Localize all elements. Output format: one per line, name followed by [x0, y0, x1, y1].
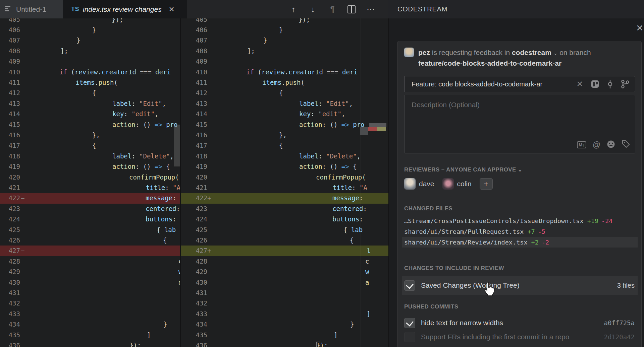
code-line[interactable]: 411items.push( [0, 77, 180, 88]
more-actions-icon[interactable]: ⋯ [366, 5, 375, 14]
code-line[interactable]: 434} [181, 319, 388, 330]
tab-index-tsx[interactable]: TS index.tsx review changes ✕ [63, 0, 187, 18]
close-panel-icon[interactable]: ✕ [636, 23, 644, 33]
code-line[interactable]: 435] [181, 330, 388, 340]
code-line[interactable]: 414key: "edit", [0, 109, 180, 120]
code-line[interactable]: 423centered: [181, 203, 388, 214]
diff-modified-pane[interactable]: 405});406}407}408];409410if (review.crea… [181, 18, 388, 347]
commit-checkbox[interactable] [404, 332, 415, 342]
reviewers-header[interactable]: REVIEWERS – ANYONE CAN APPROVE ⌄ [404, 166, 522, 173]
code-line[interactable]: 428c [181, 256, 388, 267]
code-line[interactable]: 419action: () => { [0, 161, 180, 172]
saved-changes-checkbox[interactable] [404, 280, 415, 291]
commit-checkbox[interactable] [404, 318, 415, 328]
git-commit-icon[interactable] [605, 80, 614, 89]
code-line[interactable]: 433] [0, 308, 180, 319]
repo-name[interactable]: codestream [512, 49, 551, 56]
git-branch-icon[interactable] [621, 80, 630, 89]
code-line[interactable]: 410if (review.creatorId === deri [0, 67, 180, 77]
code-line[interactable]: 406} [181, 24, 388, 35]
code-line[interactable]: 424buttons: [0, 214, 180, 225]
code-line[interactable]: 426{ [181, 235, 388, 246]
code-line[interactable]: 425{ lab [0, 224, 180, 235]
mention-icon[interactable]: @ [593, 140, 600, 149]
markdown-icon[interactable]: M↓ [577, 141, 586, 148]
code-line[interactable]: 431 [0, 287, 180, 298]
code-line[interactable]: 420confirmPopup( [0, 172, 180, 183]
code-line[interactable]: 422−message: [0, 193, 180, 204]
commit-row[interactable]: Support FRs including the first commit i… [402, 330, 638, 344]
code-line[interactable]: 420confirmPopup( [181, 172, 388, 183]
code-line[interactable]: 415action: () => pro [181, 119, 388, 130]
code-line[interactable]: 416}, [181, 130, 388, 140]
whitespace-toggle-icon[interactable]: ¶ [328, 5, 337, 14]
code-line[interactable]: 428c [0, 256, 180, 267]
code-line[interactable]: 427+l [181, 246, 388, 256]
code-line[interactable]: 412{ [0, 88, 180, 98]
code-line[interactable]: 418label: "Delete", [0, 151, 180, 161]
code-line[interactable]: 436}); [181, 340, 388, 347]
code-line[interactable]: 431 [181, 287, 388, 298]
tag-icon[interactable] [622, 140, 630, 150]
code-line[interactable]: 429w [181, 267, 388, 277]
code-line[interactable]: 417{ [0, 140, 180, 151]
code-line[interactable]: 408]; [0, 46, 180, 56]
code-line[interactable]: 413label: "Edit", [0, 98, 180, 109]
code-line[interactable]: 433] [181, 308, 388, 319]
code-line[interactable]: 436}); [0, 340, 180, 347]
code-line[interactable]: 430a [0, 277, 180, 288]
code-line[interactable]: 421title: "A [0, 182, 180, 193]
code-line[interactable]: 405}); [181, 18, 388, 25]
code-line[interactable]: 426{ [0, 235, 180, 246]
code-line[interactable]: 425{ lab [181, 224, 388, 235]
code-line[interactable]: 413label: "Edit", [181, 98, 388, 109]
chevron-down-icon[interactable]: ⌄ [518, 167, 522, 172]
code-line[interactable]: 405}); [0, 18, 180, 25]
changed-file-row[interactable]: shared/ui/Stream/PullRequest.tsx +7 -5 [402, 226, 638, 237]
code-line[interactable]: 429w [0, 267, 180, 277]
previous-change-icon[interactable]: ↑ [289, 5, 298, 14]
code-line[interactable]: 412{ [181, 88, 388, 98]
saved-changes-row[interactable]: Saved Changes (Working Tree) 3 files [402, 276, 638, 295]
code-line[interactable]: 423centered: [0, 203, 180, 214]
code-line[interactable]: 427−l [0, 246, 180, 256]
code-line[interactable]: 418label: "Delete", [181, 151, 388, 161]
code-line[interactable]: 414key: "edit", [181, 109, 388, 120]
code-line[interactable]: 422+message: [181, 193, 388, 204]
code-line[interactable]: 417{ [181, 140, 388, 151]
code-line[interactable]: 409 [181, 56, 388, 67]
code-line[interactable]: 432 [181, 298, 388, 309]
code-line[interactable]: 432 [0, 298, 180, 309]
left-scrollbar-thumb[interactable] [174, 125, 180, 166]
code-line[interactable]: 410if (review.creatorId === deri [181, 67, 388, 77]
tab-untitled[interactable]: Untitled-1 [0, 0, 63, 18]
code-line[interactable]: 435] [0, 330, 180, 340]
code-line[interactable]: 424buttons: [181, 214, 388, 225]
code-line[interactable]: 407} [181, 35, 388, 46]
clear-title-icon[interactable]: ✕ [575, 80, 584, 89]
code-line[interactable]: 409 [0, 56, 180, 67]
code-line[interactable]: 407} [0, 35, 180, 46]
code-line[interactable]: 430a [181, 277, 388, 288]
split-editor-icon[interactable] [347, 5, 356, 13]
kanban-card-icon[interactable] [590, 80, 599, 89]
next-change-icon[interactable]: ↓ [309, 5, 317, 14]
code-line[interactable]: 421title: "A [181, 182, 388, 193]
changed-file-row[interactable]: …Stream/CrossPostIssueControls/IssueDrop… [402, 215, 638, 226]
description-textarea[interactable]: Description (Optional) M↓ @ [404, 95, 635, 153]
chevron-down-icon[interactable]: ⌄ [553, 50, 558, 56]
code-line[interactable]: 415action: () => pro [0, 119, 180, 130]
add-reviewer-button[interactable]: + [480, 178, 493, 190]
code-line[interactable]: 434} [0, 319, 180, 330]
close-tab-icon[interactable]: ✕ [169, 5, 175, 13]
code-line[interactable]: 419action: () => { [181, 161, 388, 172]
review-title-input[interactable]: Feature: code blocks-added-to-codemark-a… [404, 76, 635, 92]
diff-original-pane[interactable]: 405});406}407}408];409410if (review.crea… [0, 18, 180, 347]
code-line[interactable]: 406} [0, 24, 180, 35]
emoji-icon[interactable] [607, 140, 615, 150]
changed-file-row[interactable]: shared/ui/Stream/Review/index.tsx +2 -2 [402, 237, 638, 248]
code-line[interactable]: 416}, [0, 130, 180, 140]
commit-row[interactable]: hide text for narrow widths a0ff725a [402, 316, 638, 330]
code-line[interactable]: 411items.push( [181, 77, 388, 88]
code-line[interactable]: 408]; [181, 46, 388, 56]
